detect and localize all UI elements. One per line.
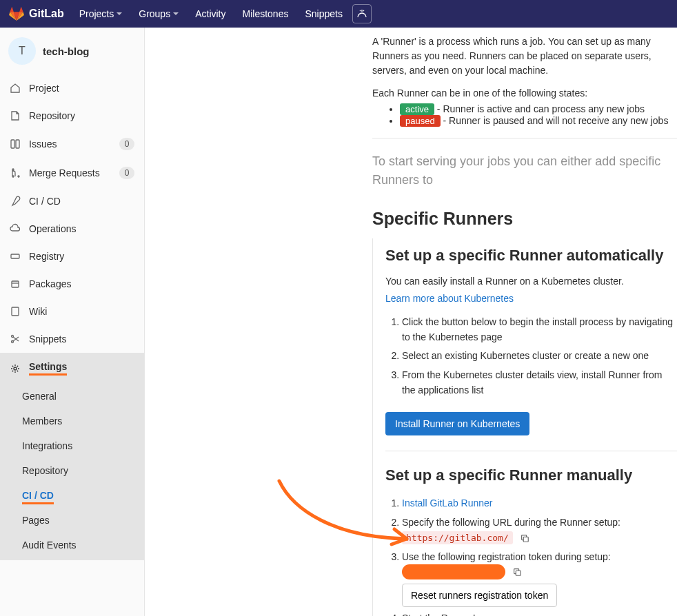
auto-setup-heading: Set up a specific Runner automatically [385,247,677,265]
paused-badge: paused [400,115,441,127]
package-icon [10,278,21,289]
copy-token-icon[interactable] [512,567,522,577]
file-icon [10,110,21,121]
issues-count-badge: 0 [119,138,134,150]
states-heading: Each Runner can be in one of the followi… [372,86,677,101]
sub-item-cicd[interactable]: CI / CD [0,483,144,508]
install-runner-link[interactable]: Install GitLab Runner [402,497,493,509]
svg-point-5 [12,336,14,338]
sidebar-item-settings[interactable]: Settings [0,353,144,384]
manual-step-3: Use the following registration token dur… [402,548,677,610]
sub-item-audit[interactable]: Audit Events [0,533,144,557]
chevron-down-icon [117,12,122,15]
runners-panel: Set up a specific Runner automatically Y… [372,238,677,616]
sub-item-general[interactable]: General [0,384,144,409]
sidebar-item-merge-requests[interactable]: Merge Requests 0 [0,158,144,187]
disk-icon [10,251,21,262]
sidebar-item-project[interactable]: Project [0,74,144,102]
svg-rect-4 [12,307,19,316]
home-icon [10,83,21,94]
state-paused-row: paused - Runner is paused and will not r… [400,115,677,127]
sub-item-members[interactable]: Members [0,409,144,433]
main-content: A 'Runner' is a process which runs a job… [145,28,677,616]
top-navbar: GitLab Projects Groups Activity Mileston… [0,0,677,28]
serve-jobs-text: To start serving your jobs you can eithe… [372,152,677,189]
rocket-icon [10,196,21,207]
project-header[interactable]: T tech-blog [0,28,144,74]
nav-projects[interactable]: Projects [72,0,130,28]
cloud-icon [10,223,21,234]
gitlab-logo-link[interactable]: GitLab [8,6,64,21]
sub-item-repository[interactable]: Repository [0,458,144,483]
mr-count-badge: 0 [119,167,134,179]
nav-groups[interactable]: Groups [132,0,185,28]
nav-milestones[interactable]: Milestones [236,0,296,28]
sidebar-item-wiki[interactable]: Wiki [0,298,144,325]
manual-step-4: Start the Runner! [402,609,677,616]
gear-icon [10,363,21,374]
runner-description: A 'Runner' is a process which runs a job… [372,34,677,78]
book-icon [10,306,21,317]
sidebar-item-registry[interactable]: Registry [0,243,144,270]
nav-activity[interactable]: Activity [188,0,232,28]
project-name: tech-blog [43,45,90,57]
auto-setup-desc: You can easily install a Runner on a Kub… [385,274,677,289]
sidebar-item-snippets[interactable]: Snippets [0,325,144,353]
install-kubernetes-button[interactable]: Install Runner on Kubernetes [385,412,529,435]
reset-token-button[interactable]: Reset runners registration token [402,584,557,607]
state-active-row: active - Runner is active and can proces… [400,103,677,115]
manual-step-2: Specify the following URL during the Run… [402,513,677,547]
learn-kubernetes-link[interactable]: Learn more about Kubernetes [385,293,514,304]
auto-step-1: Click the button below to begin the inst… [402,313,677,347]
sidebar-item-issues[interactable]: Issues 0 [0,130,144,158]
brand-name: GitLab [29,8,64,20]
svg-rect-1 [16,140,19,148]
scissors-icon [10,333,21,345]
manual-step-1: Install GitLab Runner [402,494,677,513]
auto-step-2: Select an existing Kubernetes cluster or… [402,347,677,366]
svg-rect-9 [523,537,528,542]
active-badge: active [400,103,434,115]
issues-icon [10,138,21,150]
sidebar-item-cicd[interactable]: CI / CD [0,187,144,215]
manual-setup-heading: Set up a specific Runner manually [385,466,677,484]
sub-item-pages[interactable]: Pages [0,508,144,533]
notification-icon[interactable] [352,4,372,23]
project-avatar: T [8,37,36,65]
divider [385,451,677,451]
svg-rect-3 [12,281,19,287]
svg-rect-0 [11,140,14,148]
sidebar-item-repository[interactable]: Repository [0,102,144,130]
sidebar: T tech-blog Project Repository Issues 0 … [0,28,145,616]
runner-url: https://gitlab.com/ [402,531,513,544]
copy-url-icon[interactable] [520,533,529,543]
svg-point-7 [14,367,17,370]
svg-rect-11 [516,571,521,576]
specific-runners-heading: Specific Runners [372,209,677,229]
chevron-down-icon [173,12,179,15]
gitlab-icon [8,6,25,21]
svg-point-6 [12,341,14,343]
settings-submenu: General Members Integrations Repository … [0,384,144,560]
merge-icon [10,167,21,178]
sidebar-item-operations[interactable]: Operations [0,215,144,243]
sub-item-integrations[interactable]: Integrations [0,433,144,458]
sidebar-item-packages[interactable]: Packages [0,270,144,298]
nav-snippets[interactable]: Snippets [298,0,349,28]
auto-step-3: From the Kubernetes cluster details view… [402,366,677,400]
svg-rect-2 [11,254,19,258]
divider [372,138,677,138]
registration-token-redacted [402,564,505,579]
